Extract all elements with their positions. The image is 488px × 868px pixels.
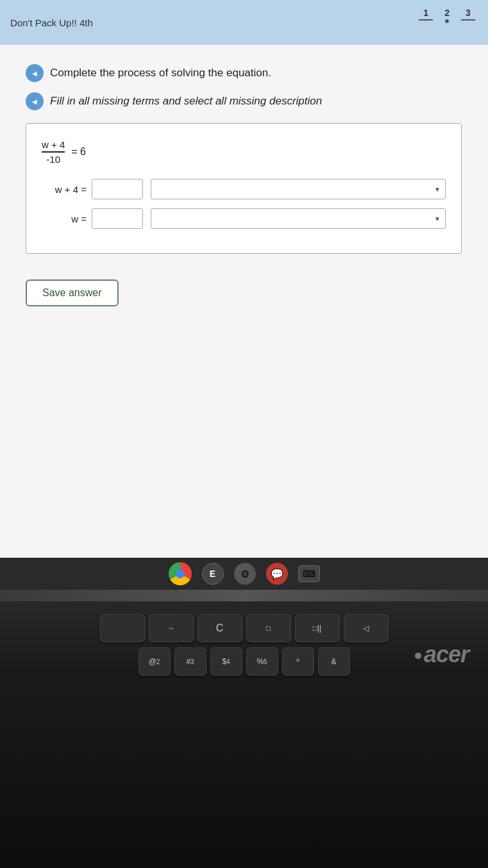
equation-step2-row: w = ▼ (42, 208, 446, 229)
speaker-icon-2[interactable] (26, 92, 44, 110)
chat-icon[interactable]: 💬 (266, 563, 288, 585)
key-ampersand[interactable]: & (318, 647, 350, 676)
step2-description-dropdown[interactable] (151, 208, 446, 229)
key-tab[interactable] (100, 614, 145, 642)
key-caret[interactable]: ^ (282, 647, 314, 676)
step1-dropdown-container: ▼ (151, 179, 446, 199)
chrome-icon[interactable] (169, 562, 192, 585)
progress-num-1: 1 (423, 8, 428, 18)
main-content: Complete the process of solving the equa… (0, 45, 488, 558)
equation-initial-row: w + 4 -10 = 6 (42, 137, 446, 167)
keyboard-icon[interactable]: ⌨ (298, 565, 320, 582)
progress-item-3: 3 (461, 8, 475, 21)
acer-brand: acer (415, 641, 469, 668)
progress-item-2: 2 (444, 8, 450, 23)
save-answer-button[interactable]: Save answer (26, 280, 119, 306)
initial-equals: = 6 (71, 146, 86, 158)
laptop-body: acer → C □ □|| ◁ @ 2 # 3 $ 4 (0, 590, 488, 868)
progress-num-2: 2 (444, 8, 450, 18)
key-percent[interactable]: % 5 (246, 647, 278, 676)
equation-step1-row: w + 4 = ▼ (42, 179, 446, 199)
step2-label: w = (42, 213, 87, 224)
fraction-numerator: w + 4 (42, 139, 65, 153)
key-window[interactable]: □ (246, 614, 291, 642)
key-arrow-right[interactable]: → (149, 614, 194, 642)
step1-value-input[interactable] (92, 179, 143, 199)
instruction-row-2: Fill in all missing terms and select all… (26, 92, 462, 110)
key-multiwindow[interactable]: □|| (295, 614, 340, 642)
progress-item-1: 1 (419, 8, 433, 21)
instruction-text-2: Fill in all missing terms and select all… (50, 95, 322, 108)
e-icon[interactable]: E (202, 563, 224, 585)
step2-dropdown-container: ▼ (151, 208, 446, 229)
page-title: Don't Pack Up!! 4th (10, 17, 93, 28)
key-row-1: → C □ □|| ◁ (19, 614, 469, 642)
key-dollar[interactable]: $ 4 (210, 647, 242, 676)
instruction-text-1: Complete the process of solving the equa… (50, 67, 271, 79)
top-bar: Don't Pack Up!! 4th 1 2 3 (0, 0, 488, 45)
key-at[interactable]: @ 2 (139, 647, 171, 676)
laptop-hinge (0, 590, 488, 601)
key-row-2: @ 2 # 3 $ 4 % 5 ^ & (19, 647, 469, 676)
gear-icon[interactable]: ⚙ (234, 563, 256, 585)
progress-line-3 (461, 19, 475, 21)
instruction-row-1: Complete the process of solving the equa… (26, 64, 462, 82)
key-reload[interactable]: C (198, 614, 242, 642)
taskbar: E ⚙ 💬 ⌨ (0, 558, 488, 590)
screen: Don't Pack Up!! 4th 1 2 3 Complete the p… (0, 0, 488, 558)
step1-label: w + 4 = (42, 184, 87, 195)
speaker-icon-1[interactable] (26, 64, 44, 82)
key-hash[interactable]: # 3 (174, 647, 206, 676)
progress-num-3: 3 (466, 8, 471, 18)
key-back[interactable]: ◁ (344, 614, 389, 642)
equation-box: w + 4 -10 = 6 w + 4 = ▼ w = (26, 123, 462, 254)
progress-line-1 (419, 19, 433, 21)
step1-description-dropdown[interactable] (151, 179, 446, 199)
progress-dot-2 (445, 19, 449, 23)
fraction-denominator: -10 (46, 153, 60, 165)
progress-indicators: 1 2 3 (419, 8, 475, 23)
step2-value-input[interactable] (92, 208, 143, 229)
fraction: w + 4 -10 (42, 139, 65, 165)
